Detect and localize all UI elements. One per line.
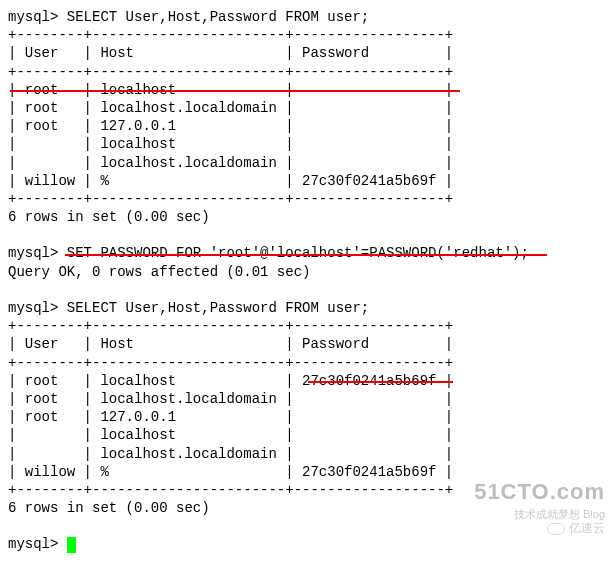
table-row: | | localhost.localdomain | |: [8, 445, 607, 463]
sql-query: SELECT User,Host,Password FROM user;: [67, 9, 369, 25]
table-row: | root | localhost.localdomain | |: [8, 390, 607, 408]
table-border: +--------+-----------------------+------…: [8, 26, 607, 44]
prompt-line[interactable]: mysql>: [8, 535, 607, 553]
table-border: +--------+-----------------------+------…: [8, 63, 607, 81]
query-line-3: mysql> SELECT User,Host,Password FROM us…: [8, 299, 607, 317]
table-row: | | localhost | |: [8, 426, 607, 444]
sql-query: SELECT User,Host,Password FROM user;: [67, 300, 369, 316]
table-row: | root | 127.0.0.1 | |: [8, 117, 607, 135]
blank-line: [8, 517, 607, 535]
table-header: | User | Host | Password |: [8, 335, 607, 353]
blank-line: [8, 281, 607, 299]
table-border: +--------+-----------------------+------…: [8, 481, 607, 499]
result-footer: 6 rows in set (0.00 sec): [8, 499, 607, 517]
blank-line: [8, 226, 607, 244]
table-row: | willow | % | 27c30f0241a5b69f |: [8, 172, 607, 190]
table-row: | | localhost | |: [8, 135, 607, 153]
result-footer: 6 rows in set (0.00 sec): [8, 208, 607, 226]
table-row: | | localhost.localdomain | |: [8, 154, 607, 172]
table-header: | User | Host | Password |: [8, 44, 607, 62]
mysql-prompt: mysql>: [8, 245, 67, 261]
mysql-prompt: mysql>: [8, 300, 67, 316]
mysql-prompt: mysql>: [8, 536, 67, 552]
table-row: | willow | % | 27c30f0241a5b69f |: [8, 463, 607, 481]
highlight-line: [10, 90, 460, 92]
query-result: Query OK, 0 rows affected (0.01 sec): [8, 263, 607, 281]
table-row: | root | localhost.localdomain | |: [8, 99, 607, 117]
mysql-prompt: mysql>: [8, 9, 67, 25]
table-border: +--------+-----------------------+------…: [8, 354, 607, 372]
highlight-line: [65, 254, 547, 256]
terminal-cursor: [67, 537, 76, 553]
query-line-1: mysql> SELECT User,Host,Password FROM us…: [8, 8, 607, 26]
table-border: +--------+-----------------------+------…: [8, 190, 607, 208]
highlight-line: [308, 381, 453, 383]
table-row: | root | 127.0.0.1 | |: [8, 408, 607, 426]
table-border: +--------+-----------------------+------…: [8, 317, 607, 335]
